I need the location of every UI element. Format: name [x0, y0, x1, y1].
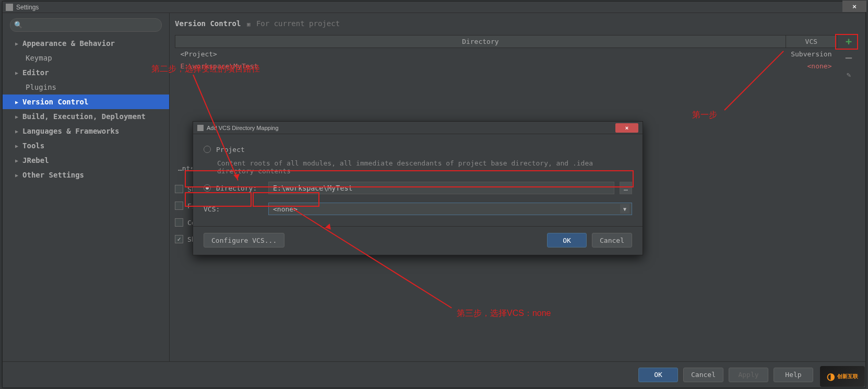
browse-button[interactable]: …	[620, 182, 632, 194]
show-changed-checkbox[interactable]	[175, 185, 183, 193]
sidebar-item-label: Other Settings	[22, 171, 84, 179]
app-icon	[6, 4, 13, 11]
vcs-select[interactable]: <none> ▼	[268, 203, 632, 215]
col-directory[interactable]: Directory	[175, 36, 786, 48]
cell-directory: <Project>	[175, 48, 786, 61]
project-desc: Content roots of all modules, all immedi…	[204, 156, 632, 178]
remove-mapping-button[interactable]: −	[841, 52, 857, 64]
breadcrumb-main: Version Control	[175, 19, 241, 28]
directory-radio[interactable]	[204, 184, 211, 192]
chevron-right-icon: ▶	[15, 114, 18, 120]
sidebar-item-label: Tools	[22, 142, 44, 150]
sidebar-item-appearance-behavior[interactable]: ▶Appearance & Behavior	[3, 36, 169, 51]
window-title: Settings	[16, 4, 39, 11]
chevron-right-icon: ▶	[15, 99, 18, 105]
sidebar-item-build-execution-deployment[interactable]: ▶Build, Execution, Deployment	[3, 109, 169, 124]
edit-mapping-button[interactable]: ✎	[841, 68, 857, 81]
breadcrumb-sub: For current project	[256, 19, 340, 28]
cell-vcs: Subversion	[786, 48, 837, 61]
sidebar-item-label: Languages & Frameworks	[22, 127, 119, 135]
cell-directory: E:\workspace\MyTest	[175, 60, 786, 72]
dropdown-caret-icon: ▼	[620, 204, 629, 214]
dialog-title: Add VCS Directory Mapping	[207, 125, 279, 131]
vcs-label: VCS:	[204, 205, 263, 213]
directory-label: Directory:	[216, 184, 263, 192]
sidebar-item-other-settings[interactable]: ▶Other Settings	[3, 168, 169, 182]
add-mapping-button[interactable]: +	[841, 35, 857, 48]
sidebar-item-label: JRebel	[22, 156, 49, 164]
dialog-titlebar: Add VCS Directory Mapping ×	[193, 122, 643, 134]
sidebar-item-label: Keymap	[26, 54, 52, 62]
search-input[interactable]	[10, 18, 162, 32]
chevron-right-icon: ▶	[15, 70, 18, 76]
dialog-cancel-button[interactable]: Cancel	[592, 233, 632, 247]
ok-button[interactable]: OK	[638, 368, 678, 382]
apply-button[interactable]: Apply	[729, 368, 768, 382]
cancel-button[interactable]: Cancel	[683, 368, 723, 382]
cell-vcs: <none>	[786, 60, 837, 72]
chevron-right-icon: ▶	[15, 158, 18, 163]
sidebar-item-label: Editor	[22, 68, 49, 77]
breadcrumb: Version Control ▣ For current project	[175, 19, 860, 28]
dialog-close-button[interactable]: ×	[615, 123, 638, 133]
sidebar-item-label: Appearance & Behavior	[22, 39, 115, 48]
sidebar: 🔍 ▶Appearance & BehaviorKeymap▶EditorPlu…	[3, 13, 170, 361]
sidebar-item-languages-frameworks[interactable]: ▶Languages & Frameworks	[3, 124, 169, 138]
project-radio-label: Project	[216, 146, 245, 154]
watermark-logo: ◑ 创新互联	[820, 366, 865, 387]
dialog-ok-button[interactable]: OK	[547, 233, 587, 247]
vcs-mapping-table: Directory VCS <Project>SubversionE:\work…	[175, 35, 837, 72]
chevron-right-icon: ▶	[15, 143, 18, 149]
sidebar-item-label: Version Control	[22, 98, 88, 106]
window-close-button[interactable]: ×	[842, 1, 866, 12]
chevron-right-icon: ▶	[15, 172, 18, 178]
titlebar: Settings ×	[3, 2, 865, 13]
col-vcs[interactable]: VCS	[786, 36, 837, 48]
project-icon: ▣	[247, 21, 251, 28]
chevron-right-icon: ▶	[15, 128, 18, 134]
sidebar-item-keymap[interactable]: Keymap	[3, 51, 169, 65]
directory-input[interactable]	[268, 182, 614, 194]
table-row[interactable]: <Project>Subversion	[175, 48, 837, 61]
sidebar-item-tools[interactable]: ▶Tools	[3, 138, 169, 153]
search-icon: 🔍	[14, 21, 22, 29]
sidebar-item-plugins[interactable]: Plugins	[3, 80, 169, 95]
show-unversioned-checkbox[interactable]	[175, 235, 183, 243]
chevron-right-icon: ▶	[15, 41, 18, 46]
table-row[interactable]: E:\workspace\MyTest<none>	[175, 60, 837, 72]
sidebar-item-editor[interactable]: ▶Editor	[3, 65, 169, 80]
sidebar-item-label: Build, Execution, Deployment	[22, 112, 146, 121]
configure-vcs-button[interactable]: Configure VCS...	[204, 233, 284, 247]
project-radio[interactable]	[204, 146, 211, 153]
sidebar-item-jrebel[interactable]: ▶JRebel	[3, 153, 169, 168]
add-vcs-mapping-dialog: Add VCS Directory Mapping × Project Cont…	[193, 121, 643, 255]
dialog-icon	[197, 125, 204, 131]
footer: OK Cancel Apply Help	[3, 361, 865, 387]
help-button[interactable]: Help	[774, 368, 813, 382]
margin-checkbox[interactable]	[175, 218, 183, 227]
filter-scope-checkbox[interactable]	[175, 202, 183, 210]
vcs-select-value: <none>	[273, 205, 298, 213]
sidebar-item-label: Plugins	[26, 83, 56, 91]
sidebar-item-version-control[interactable]: ▶Version Control	[3, 95, 169, 109]
